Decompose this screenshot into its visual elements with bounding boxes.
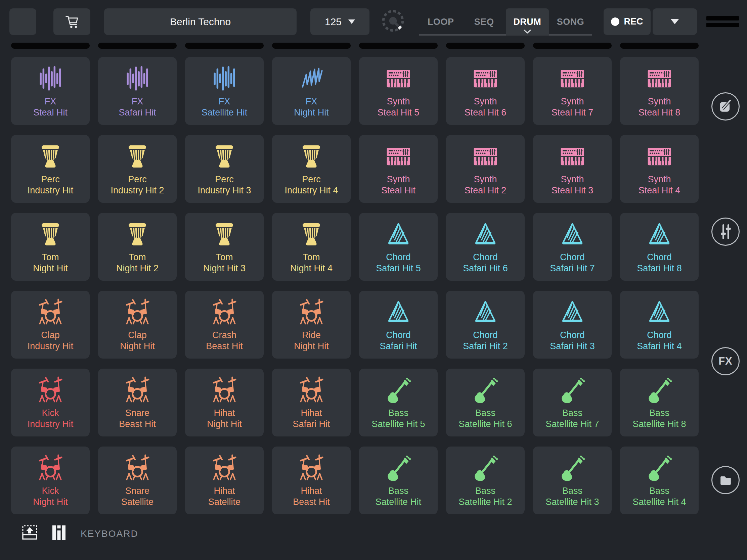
pad[interactable]: Kick Night Hit [11, 447, 90, 514]
tab-song[interactable]: SONG [549, 8, 592, 35]
pad[interactable]: Bass Satellite Hit 8 [620, 369, 699, 436]
djembe-icon [123, 219, 152, 249]
pad[interactable]: Bass Satellite Hit [359, 447, 438, 514]
pad-instrument: Synth [551, 96, 593, 107]
synth-icon [558, 64, 587, 93]
pattern-bar-6[interactable] [446, 43, 525, 49]
pad[interactable]: Perc Industry Hit 4 [272, 135, 351, 203]
pattern-bar-5[interactable] [359, 43, 438, 49]
pad[interactable]: Hihat Safari Hit [272, 369, 351, 436]
pattern-bar-1[interactable] [11, 43, 90, 49]
pad[interactable]: Snare Satellite [98, 447, 177, 514]
pad-instrument: Chord [550, 252, 595, 263]
keyboard-label[interactable]: KEYBOARD [81, 527, 138, 540]
pad[interactable]: Perc Industry Hit 2 [98, 135, 177, 203]
pad[interactable]: Chord Safari Hit 3 [533, 291, 612, 358]
library-button[interactable] [712, 466, 740, 494]
pad[interactable]: Tom Night Hit 2 [98, 213, 177, 281]
sample-import-button[interactable] [22, 525, 37, 540]
pad[interactable]: Chord Safari Hit 8 [620, 213, 699, 281]
bass-icon [645, 375, 674, 405]
filter-knob[interactable] [380, 7, 406, 34]
pad-instrument: Kick [28, 407, 74, 419]
project-title-field[interactable]: Berlin Techno [104, 8, 297, 35]
pad-instrument: Hihat [292, 407, 330, 419]
bpm-selector[interactable]: 125 [310, 8, 369, 35]
pad[interactable]: Synth Steal Hit 2 [446, 135, 525, 203]
pad[interactable]: Bass Satellite Hit 7 [533, 369, 612, 436]
pad[interactable]: Synth Steal Hit [359, 135, 438, 203]
synth-icon [558, 142, 587, 171]
pad-sample-name: Night Hit [33, 497, 68, 508]
pad[interactable]: Chord Safari Hit 6 [446, 213, 525, 281]
pad-instrument: Bass [376, 485, 421, 497]
bass-icon [558, 453, 587, 483]
grip-lines-icon[interactable] [706, 23, 739, 27]
tab-loop[interactable]: LOOP [419, 8, 463, 35]
pad[interactable]: Synth Steal Hit 3 [533, 135, 612, 203]
pad[interactable]: Chord Safari Hit [359, 291, 438, 358]
pad[interactable]: Hihat Satellite [185, 447, 264, 514]
store-button[interactable] [53, 8, 91, 35]
record-label: REC [624, 17, 643, 27]
drumkit-icon [297, 297, 326, 327]
record-button[interactable]: REC [603, 8, 651, 35]
pad-instrument: Ride [294, 330, 329, 341]
pad[interactable]: FX Night Hit [272, 57, 351, 125]
pad-instrument: Synth [465, 174, 507, 185]
triangle-icon [558, 297, 587, 327]
pad[interactable]: Ride Night Hit [272, 291, 351, 358]
pad[interactable]: Bass Satellite Hit 2 [446, 447, 525, 514]
tab-seq[interactable]: SEQ [463, 8, 506, 35]
pattern-bar-2[interactable] [98, 43, 177, 49]
synth-icon [645, 64, 674, 93]
pad[interactable]: Synth Steal Hit 7 [533, 57, 612, 125]
record-options-dropdown[interactable] [653, 8, 697, 35]
pad[interactable]: Perc Industry Hit [11, 135, 90, 203]
keyboard-toggle-button[interactable] [51, 525, 67, 540]
pad[interactable]: Synth Steal Hit 5 [359, 57, 438, 125]
pad[interactable]: Synth Steal Hit 4 [620, 135, 699, 203]
drumkit-icon [35, 453, 65, 483]
pad-sample-name: Night Hit [120, 341, 155, 352]
pad[interactable]: Hihat Night Hit [185, 369, 264, 436]
pattern-bar-4[interactable] [272, 43, 351, 49]
pad[interactable]: Chord Safari Hit 5 [359, 213, 438, 281]
pad[interactable]: Clap Night Hit [98, 291, 177, 358]
fx-button[interactable]: FX [712, 347, 740, 375]
pad[interactable]: Bass Satellite Hit 6 [446, 369, 525, 436]
pad[interactable]: Synth Steal Hit 8 [620, 57, 699, 125]
pad[interactable]: Chord Safari Hit 4 [620, 291, 699, 358]
pad[interactable]: FX Satellite Hit [185, 57, 264, 125]
pad[interactable]: Synth Steal Hit 6 [446, 57, 525, 125]
pad[interactable]: Tom Night Hit [11, 213, 90, 281]
grip-lines-icon[interactable] [706, 16, 739, 21]
pad-sample-name: Beast Hit [206, 341, 243, 352]
pattern-bar-8[interactable] [620, 43, 699, 49]
pad[interactable]: Tom Night Hit 3 [185, 213, 264, 281]
pad[interactable]: Bass Satellite Hit 3 [533, 447, 612, 514]
pad[interactable]: Clap Industry Hit [11, 291, 90, 358]
pad-instrument: Snare [119, 407, 156, 419]
pad[interactable]: Tom Night Hit 4 [272, 213, 351, 281]
pad[interactable]: Bass Satellite Hit 5 [359, 369, 438, 436]
menu-button[interactable] [9, 8, 36, 35]
pad[interactable]: Snare Beast Hit [98, 369, 177, 436]
pad[interactable]: Chord Safari Hit 7 [533, 213, 612, 281]
pad[interactable]: FX Safari Hit [98, 57, 177, 125]
tab-drum[interactable]: DRUM [506, 8, 549, 35]
pad[interactable]: Bass Satellite Hit 4 [620, 447, 699, 514]
pattern-bar-7[interactable] [533, 43, 612, 49]
pad[interactable]: Chord Safari Hit 2 [446, 291, 525, 358]
pad[interactable]: Perc Industry Hit 3 [185, 135, 264, 203]
pad[interactable]: Crash Beast Hit [185, 291, 264, 358]
pad[interactable]: Kick Industry Hit [11, 369, 90, 436]
drumkit-icon [123, 375, 152, 405]
pad[interactable]: Hihat Beast Hit [272, 447, 351, 514]
edit-button[interactable] [712, 92, 740, 121]
drumkit-icon [35, 375, 65, 405]
mixer-button[interactable] [712, 218, 740, 246]
djembe-icon [210, 142, 239, 171]
pad[interactable]: FX Steal Hit [11, 57, 90, 125]
pattern-bar-3[interactable] [185, 43, 264, 49]
